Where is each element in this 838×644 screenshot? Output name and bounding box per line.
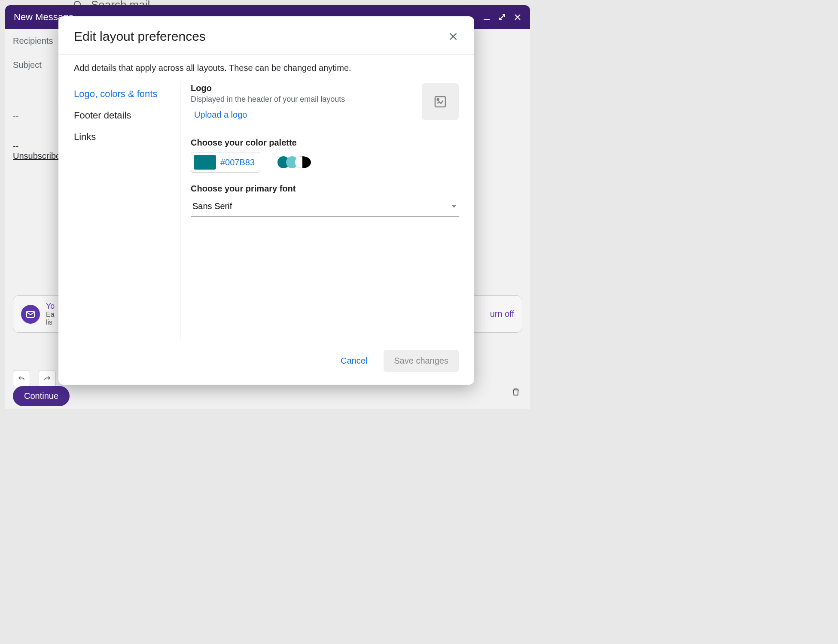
modal-panel: Logo Displayed in the header of your ema…	[180, 81, 459, 340]
font-dropdown[interactable]: Sans Serif	[191, 196, 459, 217]
discard-icon[interactable]	[511, 387, 521, 397]
palette-heading: Choose your color palette	[191, 138, 459, 148]
color-hex-value: #007B83	[220, 158, 255, 167]
logo-heading: Logo	[191, 83, 345, 93]
continue-button[interactable]: Continue	[13, 386, 70, 406]
compose-toolbar	[13, 370, 56, 387]
image-placeholder-icon	[433, 95, 447, 109]
modal-title: Edit layout preferences	[74, 29, 206, 44]
modal-side-nav: Logo, colors & fonts Footer details Link…	[74, 81, 180, 340]
modal-subtitle: Add details that apply across all layout…	[58, 55, 474, 81]
banner-line2: Ea	[46, 311, 55, 319]
font-heading: Choose your primary font	[191, 184, 459, 194]
upload-logo-link[interactable]: Upload a logo	[194, 110, 247, 120]
color-picker[interactable]: #007B83	[191, 152, 260, 173]
color-swatch	[194, 155, 216, 170]
layout-preferences-modal: Edit layout preferences Add details that…	[58, 16, 474, 385]
popout-icon[interactable]	[498, 13, 506, 21]
nav-links[interactable]: Links	[74, 126, 180, 148]
banner-line1: Yo	[46, 302, 55, 311]
close-icon[interactable]	[514, 13, 521, 21]
palette-dot-dark	[302, 156, 311, 168]
redo-button[interactable]	[39, 370, 56, 387]
modal-close-icon[interactable]	[448, 31, 459, 42]
svg-rect-2	[484, 19, 490, 20]
turn-off-link[interactable]: urn off	[490, 309, 514, 319]
undo-button[interactable]	[13, 370, 30, 387]
save-changes-button[interactable]: Save changes	[384, 350, 459, 372]
cancel-button[interactable]: Cancel	[333, 350, 375, 372]
logo-thumbnail[interactable]	[422, 83, 459, 120]
svg-rect-8	[435, 97, 445, 107]
font-selected-value: Sans Serif	[192, 201, 232, 211]
mail-merge-icon	[21, 305, 40, 324]
nav-footer-details[interactable]: Footer details	[74, 105, 180, 126]
minimize-icon[interactable]	[483, 13, 491, 21]
chevron-down-icon	[451, 204, 457, 209]
nav-logo-colors-fonts[interactable]: Logo, colors & fonts	[74, 83, 180, 105]
logo-description: Displayed in the header of your email la…	[191, 95, 345, 104]
banner-line3: lis	[46, 319, 55, 326]
svg-point-9	[437, 99, 439, 100]
palette-preview	[277, 156, 313, 168]
